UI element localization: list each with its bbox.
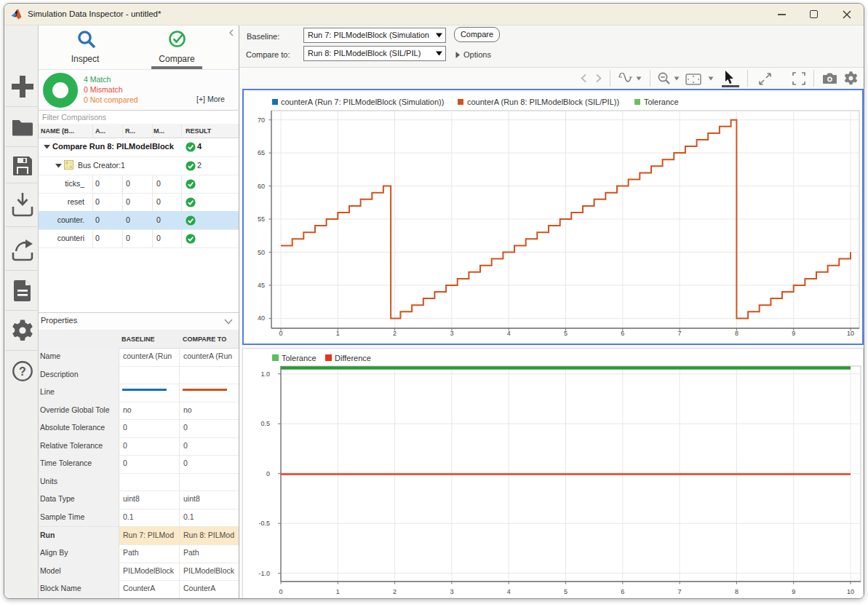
svg-text:Tolerance: Tolerance bbox=[644, 98, 679, 106]
svg-text:4: 4 bbox=[507, 330, 511, 337]
svg-text:Tolerance: Tolerance bbox=[282, 354, 316, 362]
svg-text:?: ? bbox=[19, 365, 26, 378]
svg-text:7: 7 bbox=[678, 330, 682, 337]
svg-text:9: 9 bbox=[792, 330, 795, 337]
svg-text:0: 0 bbox=[266, 470, 270, 477]
svg-text:7: 7 bbox=[678, 588, 682, 595]
svg-text:50: 50 bbox=[258, 249, 265, 256]
svg-text:4: 4 bbox=[507, 588, 511, 595]
svg-text:40: 40 bbox=[258, 314, 265, 322]
svg-text:6: 6 bbox=[621, 588, 624, 595]
svg-text:5: 5 bbox=[564, 330, 568, 337]
svg-text:2: 2 bbox=[393, 330, 397, 337]
svg-text:-1.0: -1.0 bbox=[258, 570, 270, 577]
svg-text:3: 3 bbox=[450, 588, 453, 595]
svg-text:70: 70 bbox=[258, 116, 265, 124]
svg-text:10: 10 bbox=[847, 588, 854, 595]
svg-text:Difference: Difference bbox=[335, 354, 371, 362]
svg-text:9: 9 bbox=[792, 588, 795, 595]
svg-text:8: 8 bbox=[735, 588, 738, 595]
svg-text:45: 45 bbox=[258, 282, 265, 289]
svg-text:1: 1 bbox=[336, 330, 340, 337]
svg-text:1.0: 1.0 bbox=[260, 370, 270, 378]
svg-text:2: 2 bbox=[393, 588, 397, 595]
svg-text:5: 5 bbox=[564, 588, 568, 595]
svg-text:counterA (Run 7: PILModelBlock: counterA (Run 7: PILModelBlock (Simulati… bbox=[281, 98, 444, 106]
svg-text:3: 3 bbox=[450, 330, 453, 337]
svg-text:-0.5: -0.5 bbox=[258, 520, 270, 527]
svg-text:0: 0 bbox=[279, 330, 282, 337]
svg-text:60: 60 bbox=[258, 183, 265, 190]
svg-text:55: 55 bbox=[258, 215, 265, 223]
svg-text:65: 65 bbox=[258, 149, 265, 156]
svg-text:6: 6 bbox=[621, 330, 624, 337]
svg-text:counterA (Run 8: PILModelBlock: counterA (Run 8: PILModelBlock (SIL/PIL)… bbox=[467, 98, 619, 106]
svg-text:10: 10 bbox=[847, 330, 854, 337]
svg-text:8: 8 bbox=[735, 330, 738, 337]
svg-text:1: 1 bbox=[336, 588, 340, 595]
svg-text:0: 0 bbox=[279, 588, 282, 595]
svg-text:0.5: 0.5 bbox=[260, 420, 270, 427]
